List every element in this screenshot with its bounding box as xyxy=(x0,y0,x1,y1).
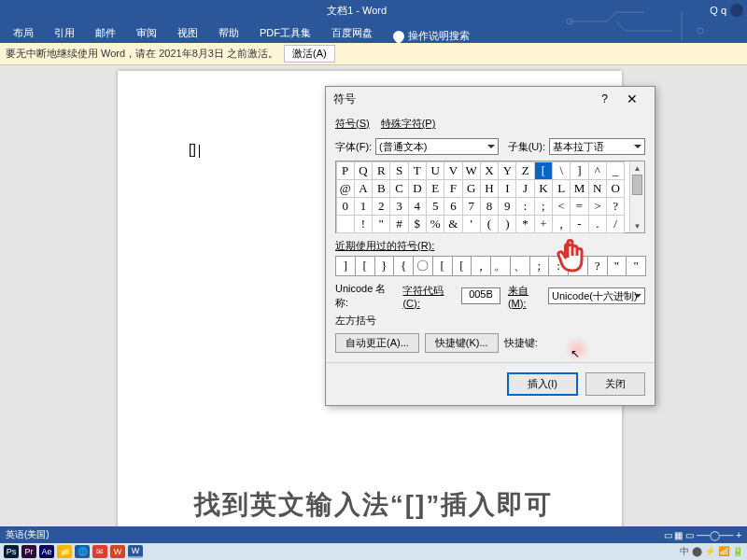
insert-button[interactable]: 插入(I) xyxy=(507,372,578,396)
symbol-cell[interactable]: A xyxy=(354,179,373,198)
symbol-cell[interactable]: F xyxy=(444,179,462,198)
recent-symbol[interactable]: } xyxy=(374,256,395,276)
symbol-cell[interactable]: [ xyxy=(534,161,553,180)
activate-button[interactable]: 激活(A) xyxy=(284,45,335,63)
symbol-cell[interactable]: # xyxy=(389,215,408,233)
symbol-cell[interactable]: K xyxy=(534,179,553,198)
symbol-cell[interactable]: @ xyxy=(336,179,355,198)
taskbar-app-icon[interactable]: W xyxy=(128,545,143,558)
tab-view[interactable]: 视图 xyxy=(168,23,207,43)
taskbar-app-icon[interactable]: 📁 xyxy=(57,545,72,558)
recent-symbol[interactable]: ! xyxy=(568,256,588,276)
symbol-cell[interactable]: + xyxy=(534,215,553,233)
taskbar-app-icon[interactable]: ✉ xyxy=(92,545,107,558)
taskbar-app-icon[interactable]: Ps xyxy=(4,545,19,558)
symbol-cell[interactable]: . xyxy=(588,215,607,233)
recent-symbol[interactable]: [ xyxy=(452,256,472,276)
symbol-cell[interactable]: N xyxy=(588,179,607,198)
recent-symbol[interactable]: , xyxy=(471,256,491,276)
symbol-cell[interactable]: _ xyxy=(606,161,625,180)
scroll-thumb[interactable] xyxy=(632,175,642,195)
tab-layout[interactable]: 布局 xyxy=(4,23,43,43)
symbol-cell[interactable]: - xyxy=(570,215,588,233)
symbol-cell[interactable]: ? xyxy=(606,197,625,216)
taskbar-app-icon[interactable]: 🌐 xyxy=(75,545,90,558)
symbol-cell[interactable]: * xyxy=(515,215,534,233)
symbol-cell[interactable]: G xyxy=(462,179,481,198)
symbol-cell[interactable]: Y xyxy=(498,161,516,180)
symbol-cell[interactable]: H xyxy=(480,179,499,198)
symbol-cell[interactable]: : xyxy=(515,197,534,216)
font-combobox[interactable]: (普通文本) xyxy=(375,138,499,155)
symbol-cell[interactable]: 5 xyxy=(426,197,444,216)
taskbar-app-icon[interactable]: Pr xyxy=(21,545,36,558)
symbol-cell[interactable]: ; xyxy=(534,197,553,216)
symbol-cell[interactable]: 3 xyxy=(389,197,408,216)
symbol-cell[interactable]: M xyxy=(570,179,588,198)
recent-symbol[interactable]: [ xyxy=(432,256,453,276)
symbol-cell[interactable]: % xyxy=(426,215,444,233)
symbol-cell[interactable]: Q xyxy=(354,161,373,180)
tab-baidu[interactable]: 百度网盘 xyxy=(322,23,382,43)
recent-symbol[interactable]: ] xyxy=(335,256,356,276)
system-tray[interactable]: 中 ⬤ ⚡ 📶 🔋 xyxy=(680,545,743,558)
recent-symbol[interactable]: ? xyxy=(587,256,608,276)
recent-symbol[interactable]: [ xyxy=(355,256,375,276)
view-buttons[interactable]: ▭ ▦ ▭ ──◯── + xyxy=(664,530,741,540)
tab-special-chars[interactable]: 特殊字符(P) xyxy=(381,117,436,131)
symbol-cell[interactable]: U xyxy=(426,161,444,180)
symbol-cell[interactable]: L xyxy=(552,179,571,198)
symbol-cell[interactable]: R xyxy=(372,161,390,180)
scroll-down-icon[interactable]: ▼ xyxy=(630,219,644,232)
symbol-cell[interactable]: P xyxy=(336,161,355,180)
symbol-cell[interactable]: 4 xyxy=(408,197,427,216)
symbol-cell[interactable]: V xyxy=(444,161,462,180)
recent-symbol[interactable]: { xyxy=(393,256,414,276)
symbol-cell[interactable]: ' xyxy=(462,215,481,233)
symbol-cell[interactable]: T xyxy=(408,161,427,180)
user-name[interactable]: Q q xyxy=(710,5,726,16)
symbol-cell[interactable]: = xyxy=(570,197,588,216)
symbol-cell[interactable]: \ xyxy=(552,161,571,180)
recent-symbol[interactable]: : xyxy=(548,256,569,276)
symbol-cell[interactable]: < xyxy=(552,197,571,216)
symbol-cell[interactable]: 1 xyxy=(354,197,373,216)
recent-symbol[interactable]: 。 xyxy=(490,256,511,276)
symbol-cell[interactable]: ) xyxy=(498,215,516,233)
symbol-cell[interactable]: ^ xyxy=(588,161,607,180)
symbol-cell[interactable]: I xyxy=(498,179,516,198)
symbol-cell[interactable]: $ xyxy=(408,215,427,233)
recent-symbol[interactable]: 〇 xyxy=(413,256,433,276)
symbol-cell[interactable]: S xyxy=(389,161,408,180)
symbol-cell[interactable]: O xyxy=(606,179,625,198)
symbol-cell[interactable]: J xyxy=(515,179,534,198)
symbol-cell[interactable]: E xyxy=(426,179,444,198)
avatar[interactable] xyxy=(730,4,743,17)
symbol-cell[interactable]: " xyxy=(372,215,390,233)
symbol-cell[interactable]: B xyxy=(372,179,390,198)
symbol-cell[interactable]: W xyxy=(462,161,481,180)
recent-symbol[interactable]: ; xyxy=(529,256,550,276)
tab-pdf[interactable]: PDF工具集 xyxy=(250,23,320,43)
scroll-up-icon[interactable]: ▲ xyxy=(630,161,644,175)
symbol-cell[interactable]: 7 xyxy=(462,197,481,216)
symbol-cell[interactable]: ! xyxy=(354,215,373,233)
subset-combobox[interactable]: 基本拉丁语 xyxy=(549,138,645,155)
symbol-cell[interactable]: ( xyxy=(480,215,499,233)
taskbar-app-icon[interactable]: W xyxy=(110,545,125,558)
char-code-input[interactable]: 005B xyxy=(461,287,500,304)
dialog-help-button[interactable]: ? xyxy=(592,92,617,105)
close-button[interactable]: 关闭 xyxy=(585,372,645,396)
symbol-cell[interactable]: / xyxy=(606,215,625,233)
dialog-close-button[interactable]: ✕ xyxy=(617,91,647,106)
tab-help[interactable]: 帮助 xyxy=(209,23,248,43)
recent-symbol[interactable]: 、 xyxy=(510,256,530,276)
symbol-cell[interactable]: Z xyxy=(515,161,534,180)
symbol-cell[interactable]: 9 xyxy=(498,197,516,216)
from-combobox[interactable]: Unicode(十六进制) xyxy=(548,287,645,304)
symbol-cell[interactable]: 8 xyxy=(480,197,499,216)
taskbar-app-icon[interactable]: Ae xyxy=(39,545,54,558)
symbol-cell[interactable]: C xyxy=(389,179,408,198)
shortcut-key-button[interactable]: 快捷键(K)... xyxy=(425,333,499,353)
tab-symbols[interactable]: 符号(S) xyxy=(335,117,370,131)
